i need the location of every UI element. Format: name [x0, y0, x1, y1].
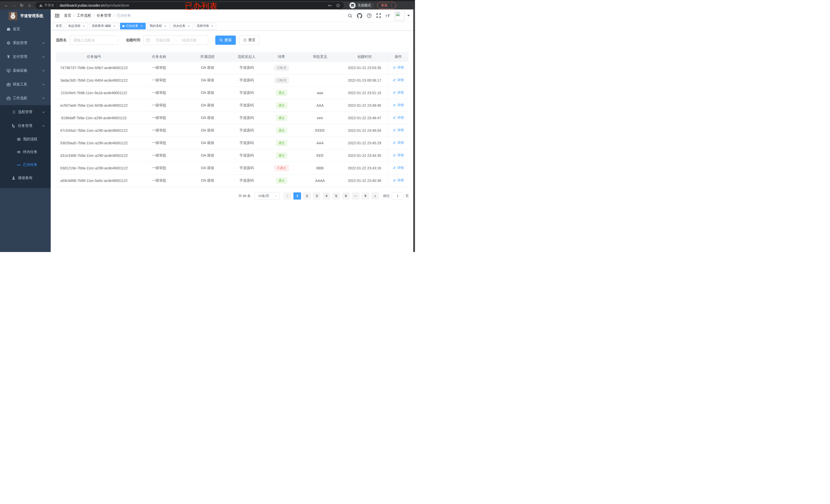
sidebar-item-label: 首页 — [13, 27, 20, 31]
avatar-caret-icon[interactable] — [407, 15, 410, 16]
incognito-badge: 无痕模式 — [349, 2, 374, 9]
tag-my-process[interactable]: 我的流程 × — [147, 23, 169, 29]
end-date-input[interactable] — [178, 38, 200, 42]
flow-icon — [11, 124, 16, 128]
detail-button[interactable]: 详情 — [393, 140, 404, 145]
cell-process: OA 请假 — [186, 87, 229, 99]
search-button[interactable]: 搜索 — [215, 36, 236, 45]
detail-button[interactable]: 详情 — [393, 78, 404, 82]
browser-back-button[interactable]: ← — [3, 2, 10, 9]
detail-button[interactable]: 详情 — [393, 128, 404, 133]
sidebar-item-task-mgmt[interactable]: 任务管理 — [0, 119, 51, 133]
tag-home[interactable]: 首页 — [54, 23, 64, 29]
page-button-4[interactable]: 4 — [323, 192, 330, 200]
page-button-2[interactable]: 2 — [303, 192, 311, 200]
chevron-down-icon — [42, 41, 45, 44]
cell-starter: 芋道源码 — [229, 149, 264, 162]
bookmark-star-icon[interactable] — [336, 3, 340, 8]
close-icon[interactable]: × — [211, 24, 214, 28]
header-opinion: 审批意见 — [299, 52, 341, 61]
sidebar-item-home[interactable]: 首页 — [0, 22, 51, 36]
cell-task-name: 一级审批 — [132, 137, 186, 149]
status-badge: 已取消 — [275, 77, 289, 83]
close-icon[interactable]: × — [113, 24, 116, 28]
tag-done-tasks[interactable]: 已办任务 × — [120, 23, 146, 29]
sidebar-item-pay[interactable]: ¥ 支付管理 — [0, 50, 51, 64]
sidebar-item-infra[interactable]: 基础设施 — [0, 64, 51, 77]
password-key-icon[interactable] — [328, 3, 332, 8]
cell-starter: 芋道源码 — [229, 124, 264, 137]
sidebar-item-todo-tasks[interactable]: 待办任务 — [0, 145, 51, 158]
status-badge: 通过 — [276, 153, 287, 159]
start-date-input[interactable] — [152, 38, 174, 42]
sidebar-item-done-tasks[interactable]: 已办任务 — [0, 158, 51, 171]
date-range-picker[interactable]: - — [143, 36, 208, 45]
tag-process-detail[interactable]: 流程详情 × — [194, 23, 216, 29]
monitor-icon — [6, 69, 11, 73]
cell-opinion: AAA — [299, 137, 341, 149]
page-size-select[interactable]: 10条/页 — [255, 192, 280, 200]
sidebar-item-process-mgmt[interactable]: 流程管理 — [0, 105, 51, 119]
breadcrumb-task-mgmt[interactable]: 任务管理 — [97, 13, 111, 18]
browser-update-button[interactable]: 更新 ⋮ — [377, 2, 396, 9]
sidebar-item-leave-query[interactable]: 请假查询 — [0, 171, 51, 185]
tag-form-edit[interactable]: 流程表单-编辑 × — [89, 23, 119, 29]
cell-task-id: a59c9d88-7b99-11ec-ba5c-acde48001122 — [56, 174, 132, 187]
jump-page-input[interactable] — [392, 192, 404, 200]
font-size-icon[interactable]: TT — [386, 13, 390, 18]
close-icon[interactable]: × — [163, 24, 167, 28]
cell-opinion: EEEE — [299, 124, 341, 137]
detail-button[interactable]: 详情 — [393, 166, 404, 170]
process-name-input[interactable] — [70, 36, 118, 45]
cell-created: 2022-01-22 23:51:15 — [341, 87, 388, 99]
page-button-5[interactable]: 5 — [332, 192, 340, 200]
detail-button[interactable]: 详情 — [393, 115, 404, 120]
detail-button[interactable]: 详情 — [393, 178, 404, 183]
page-button-9[interactable]: 9 — [361, 192, 369, 200]
sidebar-item-system[interactable]: ⚙ 系统管理 — [0, 36, 51, 50]
page-button-3[interactable]: 3 — [313, 192, 321, 200]
help-icon[interactable] — [366, 13, 372, 18]
sidebar-item-devtools[interactable]: 研发工具 — [0, 77, 51, 91]
sidebar-item-label: 任务管理 — [18, 124, 32, 128]
close-icon[interactable]: × — [187, 24, 190, 28]
breadcrumb-workflow[interactable]: 工作流程 — [77, 13, 91, 18]
browser-forward-button[interactable]: → — [10, 2, 18, 9]
github-icon[interactable] — [357, 13, 362, 19]
browser-reload-button[interactable]: ↻ — [18, 2, 26, 9]
next-page-button[interactable]: › — [371, 192, 379, 200]
security-label[interactable]: 不安全 — [44, 3, 54, 8]
cell-process: OA 请假 — [186, 99, 229, 111]
page-button-1[interactable]: 1 — [293, 192, 301, 200]
detail-button[interactable]: 详情 — [393, 90, 404, 95]
browser-menu-icon[interactable]: ⋮ — [390, 3, 393, 7]
search-icon — [219, 38, 223, 42]
reset-button[interactable]: 重置 — [239, 36, 260, 45]
detail-button[interactable]: 详情 — [393, 65, 404, 70]
window-scrollbar[interactable] — [413, 9, 415, 252]
fullscreen-icon[interactable] — [376, 13, 381, 18]
browser-home-button[interactable]: ⌂ — [26, 2, 33, 9]
detail-button[interactable]: 详情 — [393, 103, 404, 107]
update-label[interactable]: 更新 — [381, 3, 388, 8]
avatar[interactable] — [394, 11, 405, 21]
sidebar-item-my-process[interactable]: 我的流程 — [0, 133, 51, 145]
cell-starter: 芋道源码 — [229, 174, 264, 187]
more-pages-button[interactable]: ··· — [352, 192, 359, 200]
tag-todo-tasks[interactable]: 待办任务 × — [171, 23, 193, 29]
sidebar-item-workflow[interactable]: 工作流程 — [0, 91, 51, 105]
detail-button[interactable]: 详情 — [393, 153, 404, 158]
prev-page-button[interactable]: ‹ — [284, 192, 291, 200]
table-row: 74736737-7b9b-11ec-b5b7-acde48001122 一级审… — [56, 61, 409, 74]
app-logo-row[interactable]: 芋道管理系统 — [0, 9, 51, 22]
sidebar-menu: 首页 ⚙ 系统管理 ¥ 支付管理 基础设施 — [0, 22, 51, 188]
close-icon[interactable]: × — [82, 24, 86, 28]
page-button-6[interactable]: 6 — [342, 192, 350, 200]
search-icon[interactable] — [348, 13, 353, 18]
breadcrumb-home[interactable]: 首页 — [64, 13, 71, 18]
tag-start-process[interactable]: 发起流程 × — [66, 23, 88, 29]
close-icon[interactable]: × — [140, 24, 143, 28]
sidebar-item-label: 待办任务 — [23, 150, 37, 154]
sidebar-toggle-icon[interactable] — [54, 12, 60, 19]
cell-created: 2022-01-22 23:46:47 — [341, 111, 388, 124]
